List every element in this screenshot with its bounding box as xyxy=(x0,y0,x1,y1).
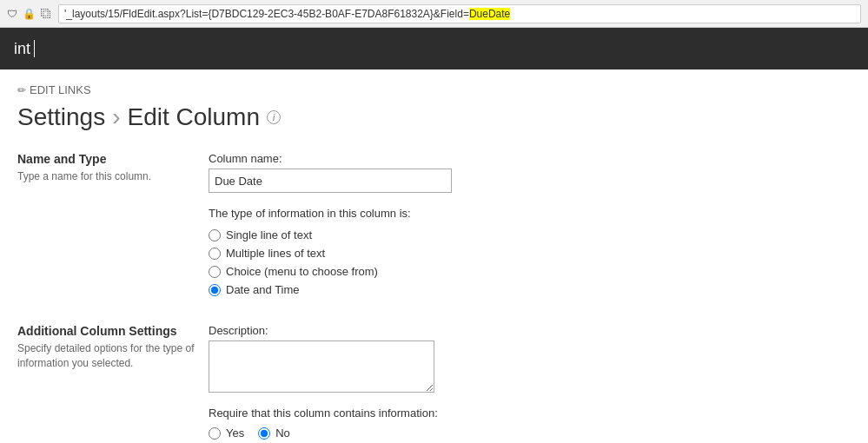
additional-title: Additional Column Settings xyxy=(17,324,209,338)
type-info-label: The type of information in this column i… xyxy=(209,207,851,220)
radio-multiple-input[interactable] xyxy=(209,248,221,260)
page-content: ✏ EDIT LINKS Settings › Edit Column i Na… xyxy=(0,69,868,443)
column-name-label: Column name: xyxy=(209,152,851,165)
radio-datetime-label: Date and Time xyxy=(226,283,300,296)
radio-multiple-label: Multiple lines of text xyxy=(226,247,325,260)
header-cursor xyxy=(34,40,35,57)
title-edit: Edit Column xyxy=(128,103,261,131)
edit-links-label: EDIT LINKS xyxy=(30,83,91,96)
require-yes-label: Yes xyxy=(226,426,244,440)
radio-single-label: Single line of text xyxy=(226,228,312,241)
additional-label-area: Additional Column Settings Specify detai… xyxy=(17,324,209,440)
name-type-title: Name and Type xyxy=(17,152,209,166)
require-yes-input[interactable] xyxy=(209,427,221,440)
require-label: Require that this column contains inform… xyxy=(209,407,851,420)
radio-single-line[interactable]: Single line of text xyxy=(209,228,851,241)
additional-section: Additional Column Settings Specify detai… xyxy=(17,324,851,440)
radio-multiple-lines[interactable]: Multiple lines of text xyxy=(209,247,851,260)
name-type-desc: Type a name for this column. xyxy=(17,169,209,184)
radio-datetime[interactable]: Date and Time xyxy=(209,283,851,296)
column-name-input[interactable] xyxy=(209,169,452,193)
radio-choice[interactable]: Choice (menu to choose from) xyxy=(209,265,851,278)
additional-desc: Specify detailed options for the type of… xyxy=(17,341,209,371)
address-highlight: DueDate xyxy=(469,8,510,20)
tabs-icon: ⿻ xyxy=(41,8,51,20)
require-no-label: No xyxy=(275,426,290,440)
lock-icon: 🔒 xyxy=(23,8,36,20)
type-radio-group: Single line of text Multiple lines of te… xyxy=(209,228,851,296)
radio-choice-label: Choice (menu to choose from) xyxy=(226,265,378,278)
title-settings: Settings xyxy=(17,103,105,131)
description-textarea[interactable] xyxy=(209,341,434,393)
browser-icons: 🛡 🔒 ⿻ xyxy=(7,8,51,20)
require-no-input[interactable] xyxy=(258,427,270,440)
app-title: int xyxy=(14,40,30,58)
name-type-content: Column name: The type of information in … xyxy=(209,152,851,296)
require-no[interactable]: No xyxy=(258,426,290,440)
info-icon[interactable]: i xyxy=(267,110,281,124)
edit-links: ✏ EDIT LINKS xyxy=(17,83,851,96)
name-type-label-area: Name and Type Type a name for this colum… xyxy=(17,152,209,296)
browser-bar: 🛡 🔒 ⿻ '_layouts/15/FldEdit.aspx?List={D7… xyxy=(0,0,868,28)
require-options: Yes No xyxy=(209,426,851,440)
title-separator: › xyxy=(112,103,120,131)
radio-single-input[interactable] xyxy=(209,229,221,241)
name-type-section: Name and Type Type a name for this colum… xyxy=(17,152,851,296)
address-bar[interactable]: '_layouts/15/FldEdit.aspx?List={D7BDC129… xyxy=(58,4,861,23)
address-text-pre: '_layouts/15/FldEdit.aspx?List={D7BDC129… xyxy=(64,8,469,20)
description-label: Description: xyxy=(209,324,851,337)
shield-icon: 🛡 xyxy=(7,8,17,20)
app-header: int xyxy=(0,28,868,69)
radio-datetime-input[interactable] xyxy=(209,284,221,296)
edit-links-icon: ✏ xyxy=(17,84,26,96)
radio-choice-input[interactable] xyxy=(209,266,221,278)
additional-content: Description: Require that this column co… xyxy=(209,324,851,440)
require-yes[interactable]: Yes xyxy=(209,426,244,440)
page-title: Settings › Edit Column i xyxy=(17,103,851,131)
